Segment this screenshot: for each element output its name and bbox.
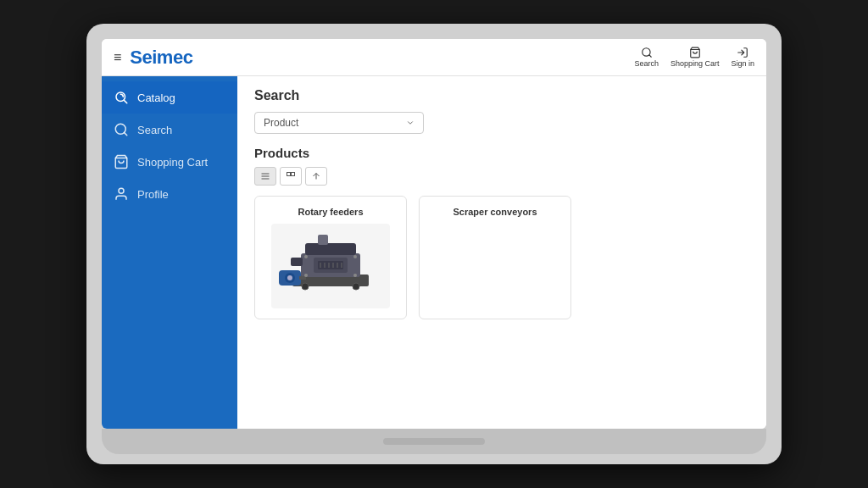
svg-line-2 — [124, 100, 126, 103]
search-dropdown[interactable]: Product — [254, 112, 424, 134]
screen: ≡ Seimec Search Shopping Cart Sign in — [102, 39, 766, 429]
header-search[interactable]: Search — [634, 47, 659, 68]
svg-point-34 — [353, 283, 359, 290]
svg-point-23 — [304, 274, 308, 277]
dropdown-value: Product — [264, 117, 298, 129]
product-name: Rotary feeders — [298, 207, 363, 217]
svg-point-24 — [353, 274, 357, 277]
svg-rect-11 — [292, 173, 295, 176]
main-layout: Catalog Search Shopping Cart Profile Sea… — [102, 76, 766, 429]
header-signin[interactable]: Sign in — [731, 47, 754, 68]
sidebar: Catalog Search Shopping Cart Profile — [102, 76, 237, 429]
svg-point-19 — [287, 275, 292, 280]
sidebar-item-search[interactable]: Search — [102, 114, 237, 146]
product-name: Scraper conveyors — [453, 207, 537, 217]
header-search-label: Search — [634, 59, 659, 68]
svg-rect-16 — [318, 235, 328, 245]
sidebar-item-cart[interactable]: Shopping Cart — [102, 146, 237, 178]
products-title: Products — [254, 146, 749, 160]
laptop-base — [102, 429, 766, 454]
laptop-frame: ≡ Seimec Search Shopping Cart Sign in — [86, 24, 782, 464]
svg-point-22 — [353, 255, 357, 258]
sidebar-item-profile[interactable]: Profile — [102, 178, 237, 210]
svg-rect-14 — [305, 243, 356, 255]
view-grid-button[interactable] — [280, 167, 302, 186]
products-grid: Rotary feeders — [254, 196, 749, 319]
sidebar-catalog-label: Catalog — [137, 92, 175, 104]
product-image-empty — [436, 224, 554, 308]
header-cart[interactable]: Shopping Cart — [670, 47, 720, 68]
product-card[interactable]: Scraper conveyors — [419, 196, 571, 319]
header-signin-label: Sign in — [731, 59, 754, 68]
logo: Seimec — [130, 47, 192, 69]
view-list-button[interactable] — [254, 167, 276, 186]
svg-rect-10 — [287, 173, 291, 176]
sidebar-search-label: Search — [137, 124, 172, 136]
product-card[interactable]: Rotary feeders — [254, 196, 407, 319]
svg-rect-26 — [318, 261, 343, 269]
header-left: ≡ Seimec — [114, 47, 192, 69]
header: ≡ Seimec Search Shopping Cart Sign in — [102, 39, 766, 76]
page-title: Search — [254, 88, 749, 103]
svg-rect-15 — [291, 258, 303, 266]
header-cart-label: Shopping Cart — [670, 59, 720, 68]
sidebar-cart-label: Shopping Cart — [137, 156, 208, 169]
header-right: Search Shopping Cart Sign in — [634, 47, 754, 68]
svg-line-4 — [124, 132, 126, 135]
svg-rect-20 — [299, 276, 306, 280]
hamburger-icon[interactable]: ≡ — [114, 50, 121, 65]
svg-point-6 — [119, 188, 124, 193]
sidebar-item-catalog[interactable]: Catalog — [102, 81, 237, 114]
view-sort-button[interactable] — [305, 167, 327, 186]
view-controls — [254, 167, 749, 186]
svg-point-21 — [304, 255, 308, 258]
svg-point-33 — [302, 283, 309, 290]
sidebar-profile-label: Profile — [137, 188, 169, 201]
product-image — [271, 224, 390, 308]
content-area: Search Product Products — [237, 76, 766, 429]
